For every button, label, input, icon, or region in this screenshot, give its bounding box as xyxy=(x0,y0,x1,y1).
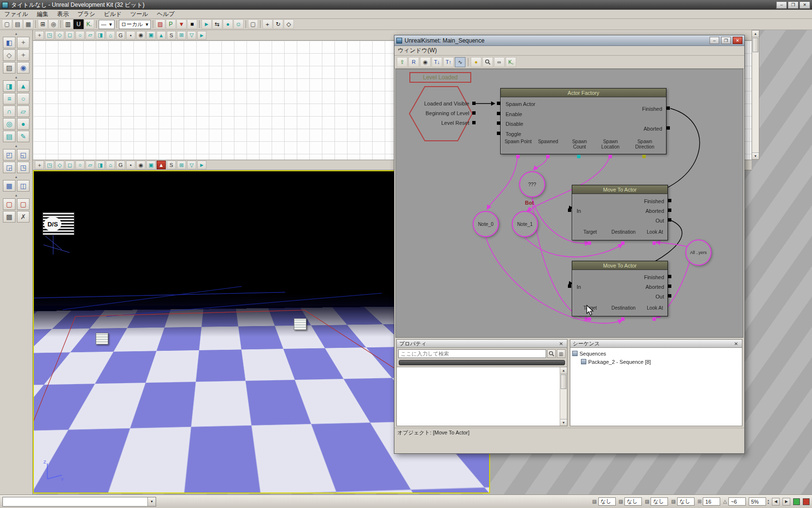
command-combobox[interactable]: ▾ xyxy=(2,497,156,507)
brush-stairs-button[interactable]: ≡ xyxy=(3,93,15,105)
fullscreen-button[interactable]: ⊞ xyxy=(38,19,48,29)
view-volume-button[interactable]: ◨ xyxy=(96,31,105,40)
brush-sphere-button[interactable]: ● xyxy=(17,118,29,130)
spin-down-icon[interactable]: ▾ xyxy=(768,502,769,505)
csg-intersect-button[interactable]: ◲ xyxy=(3,162,15,173)
brush-paint-button[interactable]: ▨ xyxy=(155,19,165,29)
actor-toggle-button[interactable]: ▽ xyxy=(187,31,196,40)
view-lit-button[interactable]: ○ xyxy=(75,31,85,40)
rename-sequence-button[interactable]: R xyxy=(408,57,419,67)
brush-solid-button[interactable]: ▩ xyxy=(3,211,15,223)
content-browser-button[interactable]: ▥ xyxy=(63,19,73,29)
matinee-button[interactable]: ■ xyxy=(187,19,197,29)
tree-item-sequences[interactable]: Sequences xyxy=(572,349,740,358)
rotation-grid-field[interactable]: △ ~6 xyxy=(723,497,746,506)
pin-var[interactable] xyxy=(621,241,624,245)
property-category-bar[interactable] xyxy=(399,360,565,365)
autosave-field[interactable]: 5% ▴ ▾ xyxy=(749,497,769,506)
locale-dropdown[interactable]: ローカル ▾ xyxy=(119,20,151,29)
properties-scrollbar[interactable]: ▲ ▼ xyxy=(560,367,567,426)
pin-var-int[interactable] xyxy=(577,155,580,158)
menu-brush[interactable]: ブラシ xyxy=(73,9,100,19)
find-actors-button[interactable]: ◎ xyxy=(48,19,58,29)
pin-out[interactable] xyxy=(472,111,476,115)
view-cube-button[interactable]: ◳ xyxy=(45,161,54,169)
menu-tools[interactable]: ツール xyxy=(126,9,153,19)
menu-view[interactable]: 表示 xyxy=(53,9,73,19)
geometry-mode-button[interactable]: ◇ xyxy=(3,49,15,61)
camera-speed-button[interactable]: ► xyxy=(197,31,206,40)
open-map-button[interactable]: ▤ xyxy=(13,19,23,29)
tree-item-package[interactable]: Package_2 - Sequence [8] xyxy=(572,358,740,366)
hide-connectors-eye-icon[interactable]: ◉ xyxy=(420,57,431,67)
bot-variable-node[interactable]: ??? xyxy=(519,171,545,197)
view-cube-button[interactable]: ◳ xyxy=(45,31,54,40)
brush-curved-stairs-button[interactable]: ∩ xyxy=(3,105,15,117)
square-tool-button[interactable]: ▢ xyxy=(248,19,258,29)
pin-in[interactable] xyxy=(497,121,500,125)
menu-edit[interactable]: 編集 xyxy=(32,9,53,19)
pin-var[interactable] xyxy=(652,241,656,245)
squint-mode-button[interactable]: S xyxy=(167,31,176,40)
maximize-button[interactable]: ❐ xyxy=(788,1,798,9)
view-unlit-button[interactable]: ◻ xyxy=(65,161,74,169)
minimize-button[interactable]: – xyxy=(776,1,787,9)
translate-widget-button[interactable]: ＋ xyxy=(262,19,273,29)
pin-out[interactable] xyxy=(668,218,671,222)
scroll-up-icon[interactable]: ▲ xyxy=(560,367,567,374)
palette-group-divider[interactable]: ▲ xyxy=(0,174,32,179)
brush-sheet-button[interactable]: ▱ xyxy=(17,105,29,117)
status-none-3[interactable]: ▨ なし xyxy=(645,497,668,506)
squint-mode-button[interactable]: S xyxy=(167,161,176,169)
viewport-scrollbar[interactable]: ▲ ▼ xyxy=(752,30,759,160)
play-in-editor-button[interactable]: ► xyxy=(202,19,212,29)
camera-home-button[interactable]: ⌂ xyxy=(106,31,115,40)
level-loaded-title[interactable]: Level Loaded xyxy=(409,72,471,83)
kismet-maximize-button[interactable]: ❐ xyxy=(721,37,731,44)
light-actor[interactable]: D/S xyxy=(43,212,81,259)
properties-search-input[interactable] xyxy=(398,349,546,358)
status-none-4[interactable]: ▨ なし xyxy=(671,497,694,506)
scroll-thumb[interactable] xyxy=(753,38,758,52)
next-button[interactable]: ▶ xyxy=(783,498,790,506)
brush-card-button[interactable]: ✎ xyxy=(17,131,29,142)
widget-mode-button[interactable]: ＋ xyxy=(17,49,29,61)
status-none-1[interactable]: ▨ なし xyxy=(592,497,615,506)
note0-variable-node[interactable]: Note_0 xyxy=(473,211,499,237)
open-kismet-debugger-button[interactable]: K, xyxy=(506,57,516,67)
close-button[interactable]: ✕ xyxy=(799,1,810,9)
grid-size-field[interactable]: ⊞ 16 xyxy=(697,497,720,506)
close-icon[interactable]: ✕ xyxy=(558,341,565,346)
new-map-button[interactable]: ▢ xyxy=(2,19,12,29)
select-translate-mode-button[interactable]: ◧ xyxy=(3,37,15,48)
show-flags-eye-icon[interactable]: ◉ xyxy=(136,31,145,40)
viewport-options-button[interactable]: ＋ xyxy=(35,31,44,40)
grid-snap-button[interactable]: ▣ xyxy=(146,31,156,40)
note-actor[interactable] xyxy=(294,318,306,330)
status-none-2[interactable]: ▨ なし xyxy=(619,497,642,506)
pin-var-vector[interactable] xyxy=(642,155,646,158)
brush-cone-button[interactable]: ▲ xyxy=(17,80,29,92)
spinner-control[interactable]: ▴ ▾ xyxy=(768,499,769,505)
pin-var[interactable] xyxy=(588,317,591,321)
physics-asset-button[interactable]: P xyxy=(166,19,176,29)
pin-var[interactable] xyxy=(546,155,550,158)
scroll-down-icon[interactable]: ▼ xyxy=(560,419,567,426)
select-inside-button[interactable]: ▢ xyxy=(3,198,15,210)
texture-pan-mode-button[interactable]: ▨ xyxy=(3,62,15,74)
chevron-down-icon[interactable]: ▾ xyxy=(147,497,156,506)
drop-to-floor-button[interactable]: ▼ xyxy=(176,19,187,29)
add-volume-button[interactable]: ◫ xyxy=(17,180,29,192)
pin-in[interactable] xyxy=(497,102,500,105)
pin-out[interactable] xyxy=(668,294,671,298)
ut-frontend-button[interactable]: U xyxy=(73,19,84,29)
brush-cylinder-button[interactable]: ○ xyxy=(17,93,29,105)
palette-group-divider[interactable]: ▲ xyxy=(0,193,32,197)
pin-var[interactable] xyxy=(516,155,520,158)
rotate-widget-button[interactable]: ↻ xyxy=(273,19,283,29)
all-players-variable-node[interactable]: All ..yers xyxy=(685,239,711,266)
curved-connections-toggle[interactable]: ∿ xyxy=(455,57,465,67)
delete-brush-button[interactable]: ✗ xyxy=(17,211,29,223)
prev-button[interactable]: ◀ xyxy=(772,498,780,506)
pin-var[interactable] xyxy=(621,317,624,321)
